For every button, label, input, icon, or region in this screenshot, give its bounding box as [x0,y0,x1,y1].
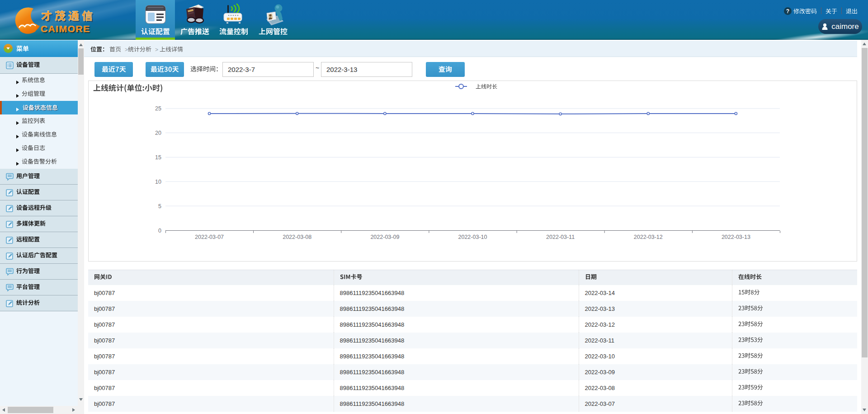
svg-text:2022-03-13: 2022-03-13 [722,234,750,240]
svg-text:2022-03-08: 2022-03-08 [283,234,311,240]
svg-text:5: 5 [158,203,161,209]
svg-text:20: 20 [155,130,161,136]
svg-text:?: ? [786,8,789,14]
svg-text:25: 25 [155,105,161,112]
svg-text:2022-03-10: 2022-03-10 [458,234,487,240]
svg-text:0: 0 [158,228,161,234]
svg-text:2022-03-09: 2022-03-09 [370,234,399,240]
svg-text:15: 15 [155,154,161,161]
svg-text:2022-03-11: 2022-03-11 [546,234,575,240]
svg-text:10: 10 [155,179,161,185]
svg-text:2022-03-12: 2022-03-12 [634,234,663,240]
svg-text:2022-03-07: 2022-03-07 [195,234,224,240]
